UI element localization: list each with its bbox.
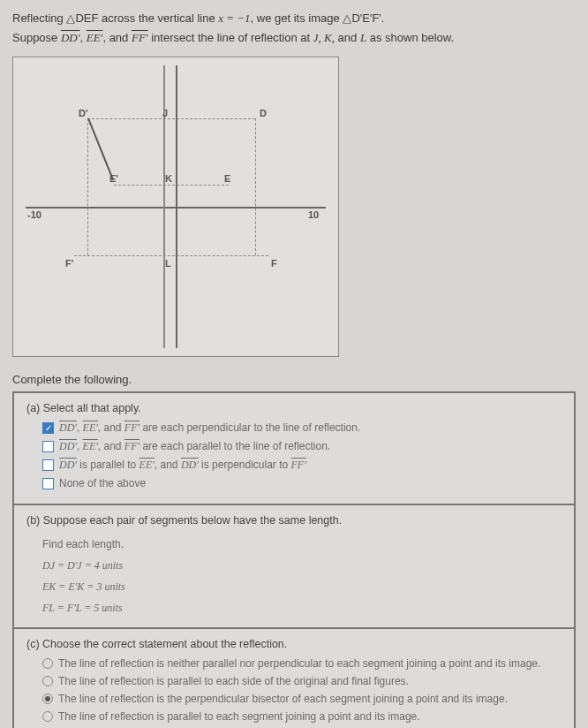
label-e: E: [224, 173, 230, 184]
tick-neg10: -10: [27, 209, 41, 220]
x-axis: [26, 207, 326, 209]
radio-icon[interactable]: [42, 676, 53, 686]
opt-text: The line of reflection is parallel to ea…: [58, 675, 409, 687]
label-e-prime: E': [109, 173, 118, 184]
opt-text: The line of reflection is neither parall…: [58, 657, 540, 670]
tri-left-de: [87, 118, 114, 180]
radio-icon[interactable]: [42, 711, 53, 722]
complete-heading: Complete the following.: [12, 373, 576, 386]
length-ek: EK = E'K = 3 units: [42, 576, 562, 597]
part-c-head: (c) Choose the correct statement about t…: [26, 638, 562, 650]
tri-left-df: [87, 118, 88, 255]
questions-table: (a) Select all that apply. ✓ DD', EE', a…: [12, 391, 576, 728]
problem-intro: Reflecting △DEF across the vertical line…: [12, 9, 576, 48]
checkbox-icon[interactable]: [42, 478, 54, 489]
length-dj: DJ = D'J = 4 units: [42, 555, 562, 576]
opt-text: are each perpendicular to the line of re…: [139, 421, 360, 434]
opt-text: The line of reflection is the perpendicu…: [58, 693, 508, 705]
txt: is perpendicular to: [199, 459, 291, 471]
segment-ff: FF': [132, 31, 148, 44]
coordinate-graph: D' D J E' E K F' F L -10 10: [12, 57, 339, 357]
label-j: J: [162, 108, 168, 118]
intro-text: and: [335, 31, 360, 44]
part-b: (b) Suppose each pair of segments below …: [13, 504, 575, 628]
intro-text: , we get its image: [251, 11, 343, 25]
length-fl: FL = F'L = 5 units: [42, 597, 562, 618]
label-d: D: [260, 108, 267, 118]
triangle-image: △D'E'F'.: [343, 11, 384, 25]
seg: DD': [59, 459, 77, 471]
seg: FF': [124, 421, 139, 434]
label-l: L: [165, 258, 171, 269]
label-f-prime: F': [65, 258, 73, 269]
segment-ff-line: [74, 255, 268, 256]
intro-text: across the vertical line: [98, 11, 218, 25]
opt-text: are each parallel to the line of reflect…: [139, 440, 330, 452]
part-a: (a) Select all that apply. ✓ DD', EE', a…: [13, 392, 575, 504]
intro-text: intersect the line of reflection at: [148, 31, 313, 44]
option-c1[interactable]: The line of reflection is neither parall…: [42, 657, 562, 670]
part-b-head: (b) Suppose each pair of segments below …: [26, 514, 562, 527]
segment-dd: DD': [61, 31, 80, 44]
option-a1[interactable]: ✓ DD', EE', and FF' are each perpendicul…: [42, 421, 562, 435]
segment-ee: EE': [87, 31, 103, 44]
equation: x = −1: [218, 11, 250, 25]
seg: EE': [139, 459, 155, 471]
seg: EE': [83, 421, 98, 434]
seg: DD': [59, 440, 77, 452]
option-a3[interactable]: DD' is parallel to EE', and DD' is perpe…: [42, 459, 562, 472]
segment-dd-line: [87, 118, 255, 119]
tri-right-df: [255, 118, 256, 255]
seg: DD': [59, 421, 77, 434]
seg: FF': [291, 459, 306, 471]
label-f: F: [271, 258, 277, 269]
checkbox-checked-icon[interactable]: ✓: [42, 422, 54, 434]
checkbox-icon[interactable]: [42, 459, 54, 471]
opt-text: The line of reflection is parallel to ea…: [58, 710, 420, 723]
txt: , and: [155, 459, 181, 471]
radio-checked-icon[interactable]: [42, 694, 53, 704]
txt: is parallel to: [77, 459, 139, 471]
intro-text: Reflecting: [12, 11, 66, 25]
part-a-head: (a) Select all that apply.: [26, 402, 562, 414]
option-c2[interactable]: The line of reflection is parallel to ea…: [42, 675, 562, 687]
tick-10: 10: [308, 209, 319, 220]
label-k: K: [165, 173, 172, 184]
part-c: (c) Choose the correct statement about t…: [13, 628, 575, 728]
part-b-sub: Find each length.: [42, 534, 562, 555]
label-d-prime: D': [79, 108, 88, 118]
seg: DD': [181, 459, 199, 471]
triangle-def: △DEF: [66, 11, 98, 25]
option-c3[interactable]: The line of reflection is the perpendicu…: [42, 693, 562, 705]
segment-ee-line: [114, 185, 229, 186]
opt-text: None of the above: [59, 477, 146, 489]
intro-text: as shown below.: [366, 31, 454, 44]
option-a4[interactable]: None of the above: [42, 477, 562, 489]
intro-text: Suppose: [12, 31, 61, 44]
option-a2[interactable]: DD', EE', and FF' are each parallel to t…: [42, 440, 562, 453]
checkbox-icon[interactable]: [42, 441, 54, 452]
seg: EE': [83, 440, 98, 452]
radio-icon[interactable]: [42, 658, 53, 669]
seg: FF': [124, 440, 139, 452]
points: J, K,: [313, 31, 335, 44]
option-c4[interactable]: The line of reflection is parallel to ea…: [42, 710, 562, 723]
